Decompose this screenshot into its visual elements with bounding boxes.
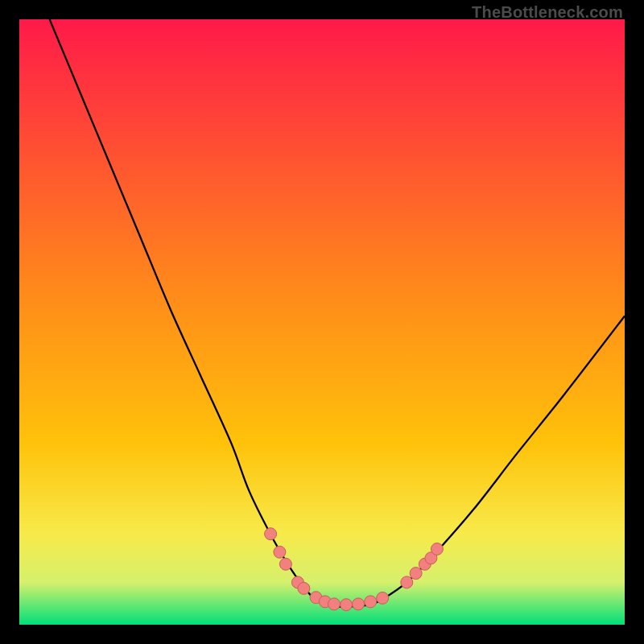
gradient-background — [19, 19, 625, 625]
plot-svg — [19, 19, 625, 625]
curve-marker — [365, 596, 377, 608]
curve-marker — [341, 599, 353, 611]
curve-marker — [265, 528, 277, 540]
curve-marker — [410, 568, 422, 580]
outer-frame: TheBottleneck.com — [0, 0, 644, 644]
curve-marker — [353, 598, 365, 610]
curve-marker — [328, 598, 341, 610]
watermark-text: TheBottleneck.com — [472, 3, 623, 22]
plot-area — [19, 19, 625, 625]
curve-marker — [274, 546, 286, 558]
curve-marker — [279, 558, 291, 570]
curve-marker — [377, 592, 389, 604]
curve-marker — [431, 543, 443, 555]
curve-marker — [298, 582, 310, 594]
curve-marker — [401, 576, 413, 588]
